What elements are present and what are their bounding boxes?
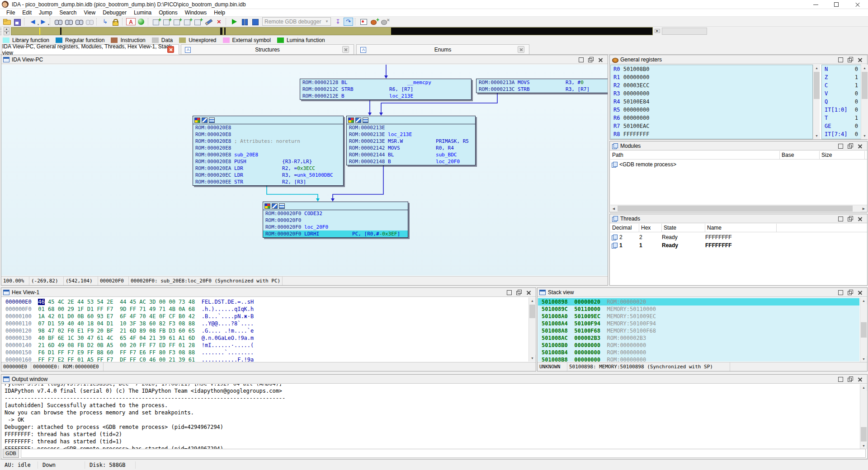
disasm-line[interactable]: ROM:00002142 MOVS R0, R4	[347, 145, 475, 151]
hex-byte[interactable]: 88	[189, 320, 195, 327]
flag-row[interactable]: Q0	[822, 98, 861, 106]
register-row[interactable]: R3 00000000	[611, 89, 812, 98]
thread-row[interactable]: 22ReadyFFFFFFFF	[611, 233, 864, 241]
hex-byte[interactable]: F0	[67, 328, 74, 334]
hex-byte[interactable]: 4C	[107, 335, 113, 341]
hex-byte[interactable]: D1	[107, 320, 113, 327]
stack-panel-titlebar[interactable]: Stack view	[538, 288, 867, 297]
disasm-line[interactable]: ROM:0000212C STRB R6, [R7]	[300, 86, 471, 93]
stack-row[interactable]: 501008A0 501009EC MEMORY:501009EC	[538, 313, 859, 320]
hex-byte[interactable]: 38	[139, 320, 146, 327]
menu-item-jump[interactable]: Jump	[35, 9, 56, 16]
menu-item-help[interactable]: Help	[210, 9, 229, 16]
disasm-line[interactable]: ROM:000020E8	[193, 131, 343, 138]
hex-byte[interactable]: 08	[149, 328, 156, 334]
hex-byte[interactable]: 20	[97, 328, 103, 334]
hex-byte[interactable]: 18	[87, 320, 94, 327]
navigate-forward-icon[interactable]: ▶	[38, 18, 48, 26]
hex-byte[interactable]: FF	[130, 306, 136, 312]
hex-byte[interactable]: 71	[139, 306, 146, 312]
hex-byte[interactable]: 01	[58, 313, 64, 320]
disasm-line[interactable]: ROM:0000212E B loc_213E	[300, 93, 471, 99]
jump-address-icon[interactable]: ↳	[100, 18, 110, 26]
add-flow-icon[interactable]	[193, 18, 203, 26]
hex-byte[interactable]: A5	[87, 357, 94, 362]
panel-close-icon[interactable]	[855, 216, 865, 222]
hex-byte[interactable]: E1	[77, 328, 84, 334]
hex-byte[interactable]: 04	[139, 335, 146, 341]
register-row[interactable]: R2 00003ECC	[611, 81, 812, 89]
hex-byte[interactable]: F7	[149, 342, 156, 348]
registers-scrollbar[interactable]: ▲▼	[813, 65, 820, 139]
menu-item-edit[interactable]: Edit	[19, 9, 35, 16]
register-row[interactable]: R6 00000000	[611, 114, 812, 122]
hex-byte[interactable]: 61	[169, 335, 175, 341]
threads-column-hex[interactable]: Hex	[639, 224, 662, 232]
hex-byte[interactable]: 6E	[58, 335, 64, 341]
hex-byte[interactable]: F7	[130, 349, 136, 356]
navband-drag-handle[interactable]	[0, 28, 2, 35]
stop-process-icon[interactable]	[250, 18, 260, 26]
hex-byte[interactable]: 54	[97, 299, 103, 305]
hex-byte[interactable]: 08	[179, 349, 185, 356]
hex-byte[interactable]: BF	[48, 335, 54, 341]
hex-row[interactable]: 000000F0 01 68 00 29 1F D1 FF F7 9D FF 7…	[2, 306, 528, 313]
hex-byte[interactable]: 2E	[107, 299, 113, 305]
disasm-line[interactable]: ROM:0000213A MOVS R3, #0	[476, 79, 608, 86]
panel-maximize-icon[interactable]	[835, 376, 845, 383]
hex-byte[interactable]: ED	[159, 342, 165, 348]
hex-byte[interactable]: FF	[67, 357, 74, 362]
hex-byte[interactable]: D3	[169, 328, 175, 334]
disasm-line[interactable]: ROM:000020E8 sub_20E8	[193, 151, 343, 158]
flag-row[interactable]: GE0	[822, 122, 861, 130]
detach-debugger-icon[interactable]	[380, 18, 389, 26]
disasm-line[interactable]: ROM:0000213E MSR.W PRIMASK, R5	[347, 138, 475, 145]
hex-byte[interactable]: 0B	[97, 342, 103, 348]
flag-row[interactable]: Z1	[822, 73, 861, 81]
modules-panel-titlebar[interactable]: Modules	[610, 141, 867, 150]
minimize-button[interactable]	[806, 0, 826, 9]
pause-process-icon[interactable]	[240, 18, 250, 26]
hex-byte[interactable]: 60	[87, 313, 94, 320]
flag-row[interactable]: T1	[822, 114, 861, 122]
basic-block-C[interactable]: ROM:000020E8ROM:000020E8ROM:000020E8 ; A…	[193, 116, 344, 186]
hex-byte[interactable]: 60	[179, 328, 185, 334]
register-row[interactable]: R4 50100E84	[611, 98, 812, 106]
step-into-icon[interactable]: ↧	[333, 18, 343, 26]
hex-byte[interactable]: 28	[189, 342, 195, 348]
hex-byte[interactable]: F7	[67, 349, 74, 356]
hex-byte[interactable]: 1C	[67, 335, 74, 341]
hex-byte[interactable]: FF	[97, 306, 103, 312]
hex-byte[interactable]: FF	[120, 349, 126, 356]
hex-byte[interactable]: FF	[169, 342, 175, 348]
menu-item-search[interactable]: Search	[56, 9, 80, 16]
hex-byte[interactable]: 00	[120, 342, 126, 348]
disasm-line[interactable]: ROM:00002148 B loc_20F0	[347, 158, 475, 165]
add-trace-icon[interactable]	[183, 18, 193, 26]
hex-byte[interactable]: E7	[107, 313, 113, 320]
menu-item-options[interactable]: Options	[155, 9, 181, 16]
hex-byte[interactable]: D1	[48, 349, 54, 356]
attach-debugger-icon[interactable]	[369, 18, 379, 26]
disasm-line[interactable]: ROM:00002144 BL sub_BDC	[347, 151, 475, 158]
tab-close-icon[interactable]	[167, 46, 174, 53]
navband-track[interactable]	[11, 27, 653, 35]
disasm-line[interactable]: ROM:000020E8	[193, 145, 343, 151]
hex-byte[interactable]: 21	[120, 328, 126, 334]
disasm-line[interactable]: ROM:000020F0 loc_20F0	[263, 224, 408, 230]
close-button[interactable]	[847, 0, 868, 9]
edit-icon[interactable]	[204, 18, 213, 26]
hex-byte[interactable]: DF	[120, 357, 126, 362]
stack-row[interactable]: 5010089C 50110000 MEMORY:50110000	[538, 306, 859, 313]
hex-byte[interactable]: 21	[149, 335, 156, 341]
panel-float-icon[interactable]	[514, 289, 524, 296]
hex-byte[interactable]: 45	[48, 299, 54, 305]
panel-close-icon[interactable]	[855, 376, 865, 383]
hex-byte[interactable]: D2	[87, 342, 94, 348]
hex-byte[interactable]: FF	[149, 349, 156, 356]
hex-byte[interactable]: F3	[169, 320, 175, 327]
threads-header[interactable]: DecimalHexStateName	[610, 224, 867, 232]
debugger-selector-combo[interactable]: Remote GDB debugger▼	[262, 17, 331, 26]
add-watch-icon[interactable]	[173, 18, 182, 26]
block-color-icon[interactable]	[264, 203, 270, 209]
